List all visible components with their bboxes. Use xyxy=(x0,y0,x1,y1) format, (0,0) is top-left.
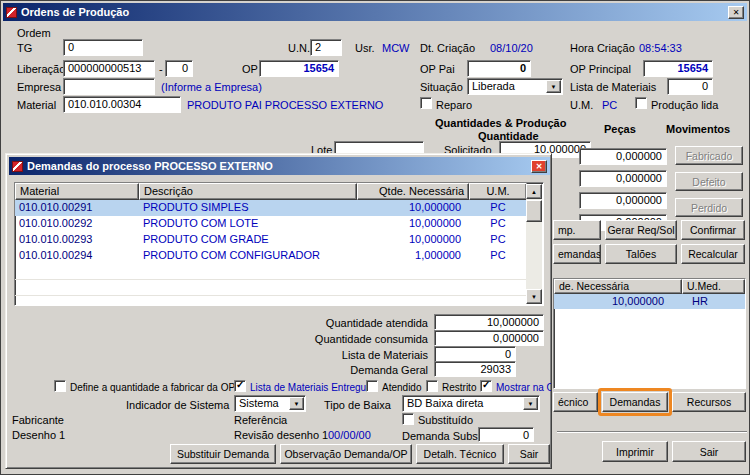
col-um[interactable]: U.M. xyxy=(469,183,527,200)
defeito-button[interactable]: Defeito xyxy=(675,172,743,191)
recursos-tab[interactable]: Recursos xyxy=(672,392,746,412)
empresa-field[interactable] xyxy=(63,78,155,95)
cell-descricao: PRODUTO SIMPLES xyxy=(139,200,357,216)
recalcular-button[interactable]: Recalcular xyxy=(681,244,745,264)
chevron-down-icon[interactable]: ▼ xyxy=(523,397,538,410)
col-descricao[interactable]: Descrição xyxy=(139,183,357,200)
um-value: PC xyxy=(602,99,617,112)
liberacao-field[interactable]: 000000000513 xyxy=(63,60,155,77)
tg-field[interactable]: 0 xyxy=(63,39,143,56)
detalh-tecnico-button[interactable]: Detalh. Técnico xyxy=(416,444,504,464)
table-row-empty[interactable] xyxy=(15,280,527,296)
main-titlebar: Ordens de Produção ✕ xyxy=(3,3,747,21)
main-window: Ordens de Produção ✕ Ordem TG 0 U.N. 2 U… xyxy=(0,0,750,475)
chevron-down-icon[interactable]: ▼ xyxy=(546,80,561,93)
demandas-table: Material Descrição Qtde. Necessária U.M.… xyxy=(14,182,544,306)
liberacao-seq-field[interactable]: 0 xyxy=(165,60,193,77)
table-row[interactable]: 010.010.00294 PRODUTO COM CONFIGURADOR 1… xyxy=(15,248,527,264)
lista-materiais-field[interactable]: 0 xyxy=(667,78,713,95)
footer-separator xyxy=(557,431,747,433)
table-row-empty[interactable] xyxy=(15,264,527,280)
imprimir-button[interactable]: Imprimir xyxy=(602,441,668,462)
pecas-header: Peças xyxy=(604,123,636,136)
cell-um: PC xyxy=(469,232,527,248)
usr-label: Usr. xyxy=(355,42,375,55)
revisao-desenho-value: 00/00/00 xyxy=(328,429,371,442)
indicador-sistema-value: Sistema xyxy=(239,397,279,409)
dialog-sair-button[interactable]: Sair xyxy=(508,444,550,464)
qtd-consumida-field[interactable]: 0,000000 xyxy=(434,330,544,346)
qtd-consumida-label: Quantidade consumida xyxy=(256,333,428,346)
pecas-field-3[interactable]: 0,000000 xyxy=(579,192,667,209)
tipo-baixa-value: BD Baixa direta xyxy=(407,397,483,409)
table-scrollbar[interactable]: ▲ ▼ xyxy=(526,184,542,304)
pecas-field-2[interactable]: 0,000000 xyxy=(579,170,667,187)
lista-materiais-dialog-field[interactable]: 0 xyxy=(434,346,516,362)
op-pai-field[interactable]: 0 xyxy=(467,60,531,77)
observacao-demanda-button[interactable]: Observação Demanda/OP xyxy=(280,444,412,464)
restrito-checkbox[interactable] xyxy=(426,380,438,392)
comp-button-fragment[interactable]: mp. xyxy=(553,220,601,240)
qtd-atendida-field[interactable]: 10,000000 xyxy=(434,314,544,330)
confirmar-button[interactable]: Confirmar xyxy=(681,220,745,240)
gerar-req-sol-button[interactable]: Gerar Req/Sol xyxy=(605,220,677,240)
producao-lida-checkbox[interactable] xyxy=(635,97,647,109)
mostrar-op-checkbox[interactable] xyxy=(480,380,492,392)
hora-criacao-value: 08:54:33 xyxy=(639,42,682,55)
lista-entregue-checkbox[interactable] xyxy=(234,380,246,392)
chevron-down-icon[interactable]: ▼ xyxy=(289,397,304,410)
situacao-select[interactable]: Liberada ▼ xyxy=(467,78,563,95)
um-label: U.M. xyxy=(570,99,593,112)
taloes-button[interactable]: Talões xyxy=(605,244,677,264)
atendido-checkbox[interactable] xyxy=(366,380,378,392)
table-row[interactable]: 010.010.00291 PRODUTO SIMPLES 10,000000 … xyxy=(15,200,527,216)
tipo-baixa-select[interactable]: BD Baixa direta ▼ xyxy=(402,395,540,412)
grid-um-header[interactable]: U.Med. xyxy=(682,279,745,294)
reparo-label: Reparo xyxy=(436,99,472,112)
col-material[interactable]: Material xyxy=(15,183,139,200)
demandas-tab[interactable]: Demandas xyxy=(602,392,668,412)
col-qtde[interactable]: Qtde. Necessária xyxy=(357,183,469,200)
referencia-label: Referência xyxy=(234,414,287,427)
op-principal-label: OP Principal xyxy=(570,63,631,76)
substituir-demanda-button[interactable]: Substituir Demanda xyxy=(170,444,276,464)
close-icon[interactable]: ✕ xyxy=(728,6,744,19)
empresa-hint[interactable]: (Informe a Empresa) xyxy=(161,81,262,94)
table-header-row: Material Descrição Qtde. Necessária U.M. xyxy=(15,183,543,200)
define-qtd-label: Define a quantidade a fabricar da OP xyxy=(70,381,235,394)
un-label: U.N. xyxy=(288,42,310,55)
atendido-label: Atendido xyxy=(382,381,421,394)
demandas-button-fragment[interactable]: emandas xyxy=(553,244,601,264)
grid-row[interactable]: 10,000000 HR xyxy=(554,294,745,309)
un-field[interactable]: 2 xyxy=(310,39,342,56)
scroll-down-icon[interactable]: ▼ xyxy=(526,289,542,304)
table-row[interactable]: 010.010.00292 PRODUTO COM LOTE 10,000000… xyxy=(15,216,527,232)
substituido-checkbox[interactable] xyxy=(402,413,414,425)
op-field[interactable]: 15654 xyxy=(259,60,339,77)
dialog-close-icon[interactable]: ✕ xyxy=(531,160,547,173)
op-principal-field[interactable]: 15654 xyxy=(643,60,713,77)
cell-descricao: PRODUTO COM CONFIGURADOR xyxy=(139,248,357,264)
scrollbar-thumb[interactable] xyxy=(526,200,542,222)
demanda-subst-field[interactable]: 0 xyxy=(478,427,534,442)
fabricado-button[interactable]: Fabricado xyxy=(675,146,743,165)
reparo-checkbox[interactable] xyxy=(420,97,432,109)
liberacao-label: Liberação xyxy=(17,63,65,76)
sair-button[interactable]: Sair xyxy=(672,441,746,462)
perdido-button[interactable]: Perdido xyxy=(675,198,743,217)
quantidades-producao-title: Quantidades & Produção xyxy=(435,117,566,130)
define-qtd-checkbox[interactable] xyxy=(54,380,66,392)
detalh-tecnico-tab-fragment[interactable]: écnico xyxy=(553,392,598,412)
demanda-geral-field[interactable]: 29033 xyxy=(434,361,516,377)
fabricante-label: Fabricante xyxy=(12,414,64,427)
revisao-desenho-label: Revisão desenho 1 xyxy=(234,429,328,442)
table-row[interactable]: 010.010.00293 PRODUTO COM GRADE 10,00000… xyxy=(15,232,527,248)
cell-material: 010.010.00292 xyxy=(15,216,139,232)
demanda-subst-label: Demanda Subst. xyxy=(402,430,484,443)
scroll-up-icon[interactable]: ▲ xyxy=(526,184,542,199)
grid-qtde-header[interactable]: de. Necessária xyxy=(554,279,682,294)
material-field[interactable]: 010.010.00304 xyxy=(63,96,181,113)
tipo-baixa-label: Tipo de Baixa xyxy=(324,399,391,412)
pecas-field-1[interactable]: 0,000000 xyxy=(579,148,667,165)
indicador-sistema-select[interactable]: Sistema ▼ xyxy=(234,395,306,412)
